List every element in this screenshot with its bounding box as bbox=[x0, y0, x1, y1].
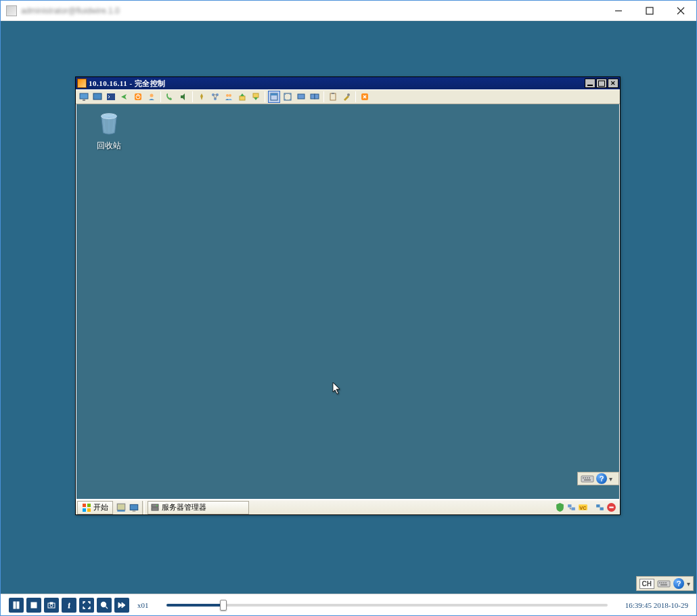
language-indicator[interactable]: CH bbox=[639, 579, 654, 589]
remote-ip: 10.10.16.11 bbox=[89, 79, 127, 87]
taskbar-separator bbox=[142, 501, 145, 514]
close-button[interactable] bbox=[665, 1, 696, 20]
remote-status-strip: ? ▾ bbox=[577, 472, 619, 485]
svg-point-43 bbox=[156, 505, 158, 506]
toolbar-separator bbox=[265, 91, 265, 102]
recycle-bin-icon bbox=[96, 111, 122, 137]
help-icon[interactable]: ? bbox=[673, 578, 684, 589]
remote-titlebar[interactable]: 10.10.16.11 - 完全控制 bbox=[76, 77, 620, 89]
playback-bar: i x01 16:39:45 2018-10-29 bbox=[1, 594, 696, 615]
svg-rect-56 bbox=[665, 582, 667, 584]
close-session-icon[interactable] bbox=[359, 91, 371, 103]
remote-app-icon bbox=[77, 79, 87, 88]
window-controls bbox=[603, 1, 696, 20]
dropdown-arrow-icon[interactable]: ▾ bbox=[687, 580, 690, 588]
maximize-button[interactable] bbox=[634, 1, 665, 20]
explorer-icon[interactable] bbox=[129, 502, 139, 513]
show-desktop-icon[interactable] bbox=[116, 502, 127, 513]
toolbar-separator bbox=[192, 91, 193, 102]
power-icon[interactable] bbox=[132, 91, 144, 103]
fullscreen-button[interactable] bbox=[79, 598, 94, 613]
send-icon[interactable] bbox=[118, 91, 131, 103]
pause-button[interactable] bbox=[9, 598, 24, 613]
tools-icon[interactable] bbox=[340, 91, 353, 103]
help-icon[interactable]: ? bbox=[596, 473, 607, 484]
remote-title: 10.10.16.11 - 完全控制 bbox=[89, 79, 585, 89]
fast-forward-button[interactable] bbox=[114, 598, 129, 613]
svg-rect-32 bbox=[584, 479, 591, 481]
monitor-icon[interactable] bbox=[78, 91, 90, 103]
keyboard-icon[interactable] bbox=[657, 579, 671, 588]
tray-connection-icon[interactable] bbox=[595, 502, 605, 512]
phone-icon[interactable] bbox=[164, 91, 176, 103]
screen-icon[interactable] bbox=[91, 91, 104, 103]
svg-point-62 bbox=[50, 604, 53, 607]
playback-speed: x01 bbox=[137, 601, 149, 609]
window-mode-icon[interactable] bbox=[268, 91, 280, 103]
progress-slider[interactable] bbox=[166, 604, 608, 607]
outer-status-strip: CH ? ▾ bbox=[636, 576, 694, 591]
svg-rect-18 bbox=[298, 94, 305, 99]
network-icon[interactable] bbox=[209, 91, 221, 103]
users-icon[interactable] bbox=[223, 91, 235, 103]
download-icon[interactable] bbox=[250, 91, 262, 103]
info-button[interactable]: i bbox=[62, 598, 76, 613]
svg-rect-48 bbox=[596, 504, 600, 507]
progress-thumb[interactable] bbox=[220, 600, 227, 611]
svg-rect-20 bbox=[315, 94, 319, 99]
audio-icon[interactable] bbox=[177, 91, 189, 103]
svg-rect-28 bbox=[583, 477, 584, 479]
tray-stop-icon[interactable] bbox=[606, 502, 616, 512]
display1-icon[interactable] bbox=[295, 91, 307, 103]
svg-rect-33 bbox=[83, 504, 86, 507]
svg-rect-34 bbox=[87, 504, 91, 507]
svg-rect-16 bbox=[271, 93, 277, 95]
server-manager-icon bbox=[150, 503, 160, 512]
remote-window-controls bbox=[585, 79, 619, 88]
svg-rect-2 bbox=[83, 100, 85, 101]
windows-logo-icon bbox=[82, 503, 91, 512]
remote-mode: 完全控制 bbox=[135, 79, 166, 87]
svg-rect-13 bbox=[240, 96, 245, 100]
svg-point-12 bbox=[229, 94, 231, 97]
clipboard-icon[interactable] bbox=[327, 91, 339, 103]
tray-network-icon[interactable] bbox=[566, 502, 577, 512]
remote-desktop[interactable]: 回收站 ? ▾ bbox=[76, 104, 620, 500]
recycle-bin[interactable]: 回收站 bbox=[89, 111, 129, 152]
pin-icon[interactable] bbox=[196, 91, 208, 103]
dropdown-arrow-icon[interactable]: ▾ bbox=[609, 475, 616, 483]
progress-fill bbox=[166, 604, 224, 607]
display2-icon[interactable] bbox=[309, 91, 321, 103]
remote-minimize-button[interactable] bbox=[585, 79, 595, 88]
start-button[interactable]: 开始 bbox=[77, 501, 113, 514]
cursor-icon bbox=[332, 382, 342, 397]
svg-rect-44 bbox=[568, 504, 571, 507]
svg-point-23 bbox=[347, 93, 350, 96]
svg-rect-38 bbox=[117, 510, 125, 511]
recycle-bin-label: 回收站 bbox=[89, 140, 129, 152]
remote-maximize-button[interactable] bbox=[596, 79, 607, 88]
minimize-button[interactable] bbox=[603, 1, 634, 20]
keyboard-icon[interactable] bbox=[581, 474, 594, 483]
svg-rect-30 bbox=[587, 477, 588, 479]
svg-rect-4 bbox=[107, 93, 115, 100]
svg-rect-35 bbox=[83, 508, 86, 512]
taskbar-item-server-manager[interactable]: 服务器管理器 bbox=[148, 501, 249, 514]
terminal-icon[interactable] bbox=[105, 91, 117, 103]
stop-button[interactable] bbox=[26, 598, 41, 613]
fit-icon[interactable] bbox=[282, 91, 294, 103]
tray-vc-icon[interactable]: VC bbox=[578, 502, 588, 512]
svg-text:i: i bbox=[68, 601, 70, 609]
svg-rect-0 bbox=[646, 7, 653, 14]
tray-security-icon[interactable] bbox=[555, 502, 565, 512]
snapshot-button[interactable] bbox=[44, 598, 59, 613]
svg-rect-52 bbox=[658, 581, 670, 587]
upload-icon[interactable] bbox=[236, 91, 248, 103]
svg-rect-40 bbox=[133, 510, 136, 511]
svg-rect-58 bbox=[14, 602, 16, 609]
svg-rect-19 bbox=[311, 94, 315, 99]
zoom-button[interactable] bbox=[97, 598, 112, 613]
remote-close-button[interactable] bbox=[608, 79, 619, 88]
svg-rect-54 bbox=[661, 582, 662, 584]
user-icon[interactable] bbox=[145, 91, 158, 103]
